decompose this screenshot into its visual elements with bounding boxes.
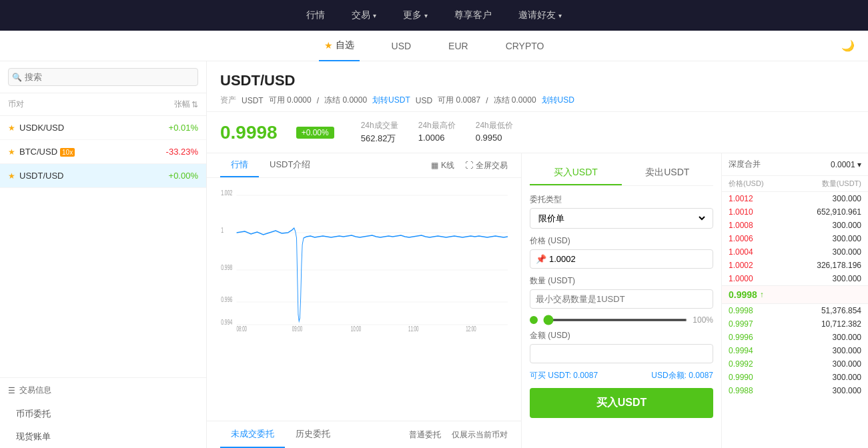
star-icon: ★ bbox=[8, 123, 15, 133]
sidebar-item-usdtusd[interactable]: ★ USDT/USD +0.00% bbox=[0, 164, 206, 188]
price-stats: 24h成交量 562.82万 24h最高价 1.0006 24h最低价 0.99… bbox=[361, 120, 513, 145]
qty-input-wrap bbox=[530, 289, 713, 309]
current-pair-label: 仅展示当前币对 bbox=[452, 429, 508, 441]
currency2-label: USD bbox=[416, 96, 432, 105]
sidebar: 🔍 币对 张幅 ⇅ ★ USDK/USD +0.01% ★ BTC/USD10x… bbox=[0, 61, 207, 448]
content-area: USDT/USD 资产 USDT 可用 0.0000 / 冻结 0.0000 划… bbox=[207, 61, 868, 448]
amt-input[interactable] bbox=[536, 349, 707, 359]
nav-market[interactable]: 行情 bbox=[306, 9, 325, 21]
order-type-row: 委托类型 限价单 bbox=[530, 194, 713, 229]
qty-input[interactable] bbox=[536, 294, 707, 304]
ob-bid-row[interactable]: 0.9996 300.000 bbox=[722, 331, 868, 344]
pin-icon: 📌 bbox=[536, 254, 546, 264]
ob-bid-row[interactable]: 0.9998 51,376.854 bbox=[722, 304, 868, 317]
tab-market[interactable]: 行情 bbox=[220, 153, 259, 177]
buyable-label: 可买 USDT: 0.0087 bbox=[530, 370, 598, 381]
slider-dot bbox=[530, 316, 538, 324]
slider-row: 100% bbox=[530, 315, 713, 325]
search-input[interactable] bbox=[8, 68, 198, 86]
ob-column-headers: 价格(USD) 数量(USDT) bbox=[722, 176, 868, 192]
sidebar-item-btcusd[interactable]: ★ BTC/USD10x -33.23% bbox=[0, 140, 206, 164]
sidebar-item-usdkusd[interactable]: ★ USDK/USD +0.01% bbox=[0, 116, 206, 140]
main-grid: 行情 USDT介绍 ▦ K线 ⛶ 全屏交易 bbox=[207, 153, 868, 448]
depth-value: 0.0001 ▾ bbox=[831, 160, 861, 169]
star-icon: ★ bbox=[8, 147, 15, 157]
svg-text:1.002: 1.002 bbox=[221, 189, 232, 197]
tab-usd[interactable]: USD bbox=[386, 31, 417, 61]
transfer-usd-link[interactable]: 划转USD bbox=[542, 95, 574, 106]
order-form-tabs: 买入USDT 卖出USDT bbox=[530, 161, 713, 186]
ob-ask-row[interactable]: 1.0006 300.000 bbox=[722, 232, 868, 245]
menu-coin-order[interactable]: 币币委托 bbox=[0, 403, 206, 425]
pair-label: USDK/USD bbox=[19, 123, 169, 133]
fullscreen-link[interactable]: ⛶ 全屏交易 bbox=[465, 160, 508, 171]
svg-text:08:00: 08:00 bbox=[237, 325, 248, 331]
bottom-section: 未成交委托 历史委托 普通委托 仅展示当前币对 bbox=[207, 421, 521, 448]
kline-link[interactable]: ▦ K线 bbox=[431, 160, 454, 171]
assets-label: 资产 bbox=[220, 95, 236, 106]
svg-text:0.994: 0.994 bbox=[221, 318, 232, 326]
ob-bid-row[interactable]: 0.9997 10,712.382 bbox=[722, 317, 868, 331]
depth-chevron-icon[interactable]: ▾ bbox=[857, 160, 861, 169]
svg-text:1: 1 bbox=[221, 226, 224, 234]
svg-text:11:00: 11:00 bbox=[408, 325, 419, 331]
tab-history-orders[interactable]: 历史委托 bbox=[285, 421, 341, 448]
high24h-stat: 24h最高价 1.0006 bbox=[418, 120, 456, 145]
tab-crypto[interactable]: CRYPTO bbox=[500, 31, 550, 61]
search-icon: 🔍 bbox=[12, 73, 22, 82]
pair-label: BTC/USD10x bbox=[19, 147, 166, 157]
order-book-header: 深度合并 0.0001 ▾ bbox=[722, 153, 868, 176]
assets-row: 资产 USDT 可用 0.0000 / 冻结 0.0000 划转USDT USD… bbox=[220, 95, 855, 106]
top-nav: 行情 交易 ▾ 更多 ▾ 尊享客户 邀请好友 ▾ bbox=[0, 0, 868, 31]
usd-balance-label: USD余额: 0.0087 bbox=[651, 370, 713, 381]
order-type-select[interactable]: 限价单 bbox=[536, 213, 707, 224]
transfer-usdt-link[interactable]: 划转USDT bbox=[372, 95, 410, 106]
nav-trade[interactable]: 交易 ▾ bbox=[352, 9, 376, 21]
ob-ask-row[interactable]: 1.0012 300.000 bbox=[722, 192, 868, 205]
order-form: 买入USDT 卖出USDT 委托类型 限价单 价格 (USD) 📌 bbox=[521, 153, 721, 448]
qty-slider[interactable] bbox=[543, 319, 687, 321]
price-input[interactable] bbox=[549, 254, 707, 264]
buy-button[interactable]: 买入USDT bbox=[530, 388, 713, 418]
nav-more[interactable]: 更多 ▾ bbox=[403, 9, 428, 21]
tab-open-orders[interactable]: 未成交委托 bbox=[220, 421, 285, 448]
page-header: USDT/USD 资产 USDT 可用 0.0000 / 冻结 0.0000 划… bbox=[207, 61, 868, 112]
order-type-label: 普通委托 bbox=[409, 429, 441, 441]
theme-toggle-icon[interactable]: 🌙 bbox=[841, 39, 855, 52]
change-value: +0.00% bbox=[169, 171, 198, 181]
trade-info-section: ☰ 交易信息 bbox=[0, 377, 206, 403]
ob-ask-row[interactable]: 1.0004 300.000 bbox=[722, 245, 868, 259]
sell-tab[interactable]: 卖出USDT bbox=[622, 161, 714, 185]
star-icon: ★ bbox=[8, 171, 15, 181]
nav-invite[interactable]: 邀请好友 ▾ bbox=[518, 9, 562, 21]
trade-chevron-icon: ▾ bbox=[373, 12, 376, 19]
menu-spot-bill[interactable]: 现货账单 bbox=[0, 425, 206, 448]
currency1-label: USDT bbox=[242, 96, 264, 105]
tab-intro[interactable]: USDT介绍 bbox=[259, 153, 321, 177]
second-nav: ★ 自选 USD EUR CRYPTO 🌙 bbox=[0, 31, 868, 61]
amt-input-wrap bbox=[530, 344, 713, 363]
ob-ask-row[interactable]: 1.0008 300.000 bbox=[722, 219, 868, 232]
tab-watchlist[interactable]: ★ 自选 bbox=[319, 31, 360, 61]
ob-bid-row[interactable]: 0.9992 300.000 bbox=[722, 357, 868, 371]
left-panel: 行情 USDT介绍 ▦ K线 ⛶ 全屏交易 bbox=[207, 153, 521, 448]
sort-icon[interactable]: ⇅ bbox=[191, 100, 198, 109]
buy-tab[interactable]: 买入USDT bbox=[530, 161, 622, 185]
ob-bid-row[interactable]: 0.9988 300.000 bbox=[722, 384, 868, 397]
svg-text:0.998: 0.998 bbox=[221, 263, 232, 271]
amount-row: 金额 (USD) bbox=[530, 330, 713, 363]
ob-ask-row[interactable]: 1.0002 326,178.196 bbox=[722, 259, 868, 272]
svg-text:12:00: 12:00 bbox=[466, 325, 476, 331]
tab-eur[interactable]: EUR bbox=[443, 31, 474, 61]
nav-vip[interactable]: 尊享客户 bbox=[454, 9, 492, 21]
svg-text:09:00: 09:00 bbox=[292, 325, 303, 331]
change-value: -33.23% bbox=[166, 147, 198, 157]
ob-ask-row[interactable]: 1.0000 300.000 bbox=[722, 272, 868, 285]
fullscreen-icon: ⛶ bbox=[465, 161, 473, 170]
ob-ask-row[interactable]: 1.0010 652,910.961 bbox=[722, 205, 868, 219]
kline-icon: ▦ bbox=[431, 161, 438, 170]
price-input-wrap: 📌 bbox=[530, 249, 713, 269]
ob-bid-row[interactable]: 0.9994 300.000 bbox=[722, 344, 868, 357]
svg-text:10:00: 10:00 bbox=[351, 325, 362, 331]
ob-bid-row[interactable]: 0.9990 300.000 bbox=[722, 371, 868, 384]
